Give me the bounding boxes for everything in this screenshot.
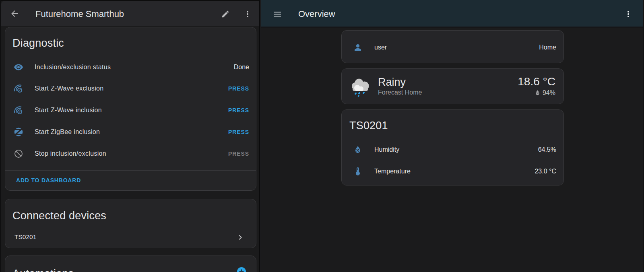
- svg-text:Z: Z: [19, 110, 21, 114]
- svg-text:Z: Z: [19, 88, 21, 92]
